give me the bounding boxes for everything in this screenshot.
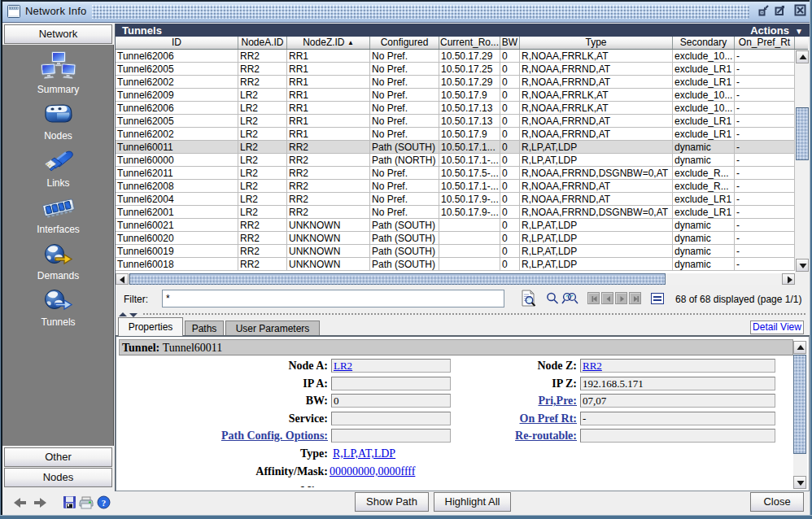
- svg-text:?: ?: [102, 498, 107, 508]
